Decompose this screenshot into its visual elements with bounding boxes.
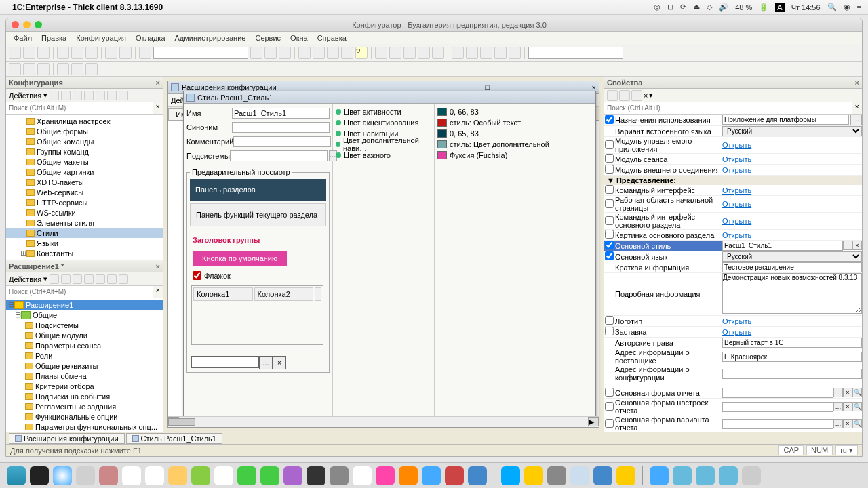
tree-item[interactable]: Общие картинки: [6, 167, 163, 177]
prop-checkbox[interactable]: [605, 419, 614, 428]
prop-row[interactable]: ЛоготипОткрыть: [604, 316, 862, 327]
tree-item[interactable]: ⊞Константы: [6, 248, 163, 258]
save-icon[interactable]: [37, 47, 50, 59]
tree-item[interactable]: Критерии отбора: [6, 381, 163, 391]
action-icon[interactable]: [61, 91, 71, 100]
action-icon[interactable]: [73, 91, 82, 100]
prop-checkbox[interactable]: [605, 165, 614, 174]
prop-input[interactable]: [722, 115, 849, 125]
app-icon[interactable]: [468, 466, 487, 485]
copy-icon[interactable]: [71, 47, 83, 59]
sort-icon[interactable]: [607, 90, 618, 101]
prop-checkbox[interactable]: [605, 199, 614, 208]
tool-icon[interactable]: [403, 47, 416, 59]
tree-root[interactable]: ⊟Расширение1: [6, 300, 163, 310]
prop-row[interactable]: Адрес информации о поставщике: [604, 348, 862, 365]
tree-item[interactable]: Регламентные задания: [6, 401, 163, 411]
menu-admin[interactable]: Администрирование: [172, 33, 250, 43]
dots-button[interactable]: …: [259, 356, 273, 369]
alpha-icon[interactable]: [631, 90, 642, 101]
clear-icon[interactable]: ×: [153, 286, 163, 298]
close-icon[interactable]: ×: [156, 262, 160, 270]
tool-icon[interactable]: [375, 47, 387, 59]
action-icon[interactable]: [107, 274, 117, 284]
search-icon[interactable]: 🔍: [827, 3, 837, 12]
h-scrollbar[interactable]: ◀ ▶: [168, 416, 599, 427]
close-button[interactable]: [12, 21, 19, 28]
tree-item[interactable]: Общие модули: [6, 330, 163, 340]
zoom-button[interactable]: [35, 21, 42, 28]
app-icon[interactable]: [445, 466, 464, 485]
tool-icon[interactable]: [250, 47, 262, 59]
menu-windows[interactable]: Окна: [287, 33, 311, 43]
undo-icon[interactable]: [105, 47, 117, 59]
app-icon[interactable]: [593, 466, 612, 485]
prop-row[interactable]: Основная форма отчета…×🔍: [604, 388, 862, 399]
config-search[interactable]: [6, 102, 153, 114]
search-button[interactable]: 🔍: [852, 419, 862, 428]
color-value[interactable]: 0, 66, 83: [437, 106, 593, 117]
safari-icon[interactable]: [53, 466, 72, 485]
clear-button[interactable]: ×: [273, 356, 286, 369]
min-icon[interactable]: _: [378, 83, 382, 92]
status-icon[interactable]: ◎: [654, 3, 660, 12]
folder-icon[interactable]: [673, 466, 692, 485]
clear-icon[interactable]: ×: [153, 102, 163, 114]
color-value[interactable]: стиль: Особый текст: [437, 117, 593, 128]
prop-row[interactable]: Картинка основного разделаОткрыть: [604, 230, 862, 241]
tool-icon[interactable]: [279, 47, 291, 59]
tree-item[interactable]: HTTP-сервисы: [6, 197, 163, 207]
open-link[interactable]: Открыть: [722, 328, 751, 336]
minimize-button[interactable]: [23, 21, 31, 28]
notes-icon[interactable]: [168, 466, 187, 485]
input-synonym[interactable]: [232, 122, 330, 133]
action-icon[interactable]: [84, 274, 94, 284]
tool-icon[interactable]: [23, 63, 35, 75]
tool-icon[interactable]: [466, 47, 478, 59]
1c-icon[interactable]: [524, 466, 543, 485]
status-icon[interactable]: ⟳: [680, 3, 686, 12]
action-icon[interactable]: [84, 91, 94, 100]
prop-checkbox[interactable]: [605, 185, 614, 194]
tree-item[interactable]: Элементы стиля: [6, 218, 163, 228]
search-button[interactable]: 🔍: [852, 402, 862, 411]
search-combo[interactable]: [153, 47, 248, 59]
scroll-right-icon[interactable]: ▶: [588, 417, 599, 426]
prop-checkbox[interactable]: [605, 216, 614, 225]
ext-tree[interactable]: ⊟Расширение1⊟ОбщиеПодсистемыОбщие модули…: [6, 298, 163, 432]
tree-item[interactable]: Языки: [6, 238, 163, 248]
prop-input[interactable]: [722, 352, 862, 362]
appstore-icon[interactable]: [422, 466, 441, 485]
prop-row[interactable]: Основная форма варианта отчета…×🔍: [604, 415, 862, 432]
1c-icon[interactable]: [616, 466, 635, 485]
messages-icon[interactable]: [237, 466, 256, 485]
menu-service[interactable]: Сервис: [252, 33, 284, 43]
menu-edit[interactable]: Правка: [38, 33, 70, 43]
tool-icon[interactable]: [298, 47, 311, 59]
siri-icon[interactable]: [30, 466, 49, 485]
app-icon[interactable]: [570, 466, 589, 485]
clear-button[interactable]: ×: [843, 402, 852, 411]
app-icon[interactable]: [547, 466, 566, 485]
prop-textarea[interactable]: Демонстрация новых возможностей 8.3.13: [722, 273, 862, 314]
menu-icon[interactable]: ≡: [857, 3, 861, 12]
open-link[interactable]: Открыть: [722, 141, 751, 149]
prop-checkbox[interactable]: [605, 115, 614, 124]
preview-input[interactable]: [191, 356, 259, 368]
preferences-icon[interactable]: [330, 466, 349, 485]
prop-input[interactable]: [722, 402, 833, 412]
prop-row[interactable]: Командный интерфейс основного разделаОтк…: [604, 213, 862, 230]
tool-icon[interactable]: [389, 47, 401, 59]
itunes-icon[interactable]: [376, 466, 395, 485]
tool-icon[interactable]: [313, 47, 325, 59]
config-tree[interactable]: Хранилища настроекОбщие формыОбщие коман…: [6, 115, 163, 260]
tree-item[interactable]: Общие формы: [6, 126, 163, 136]
prop-row[interactable]: Модуль сеансаОткрыть: [604, 154, 862, 165]
color-value[interactable]: стиль: Цвет дополнительной: [437, 139, 593, 150]
action-icon[interactable]: [50, 274, 59, 284]
close-icon[interactable]: ×: [592, 83, 596, 92]
prop-row[interactable]: Адрес информации о конфигурации: [604, 365, 862, 382]
prop-row[interactable]: Подробная информацияДемонстрация новых в…: [604, 273, 862, 316]
skype-icon[interactable]: [501, 466, 520, 485]
prop-row[interactable]: Рабочая область начальной страницыОткрыт…: [604, 196, 862, 213]
